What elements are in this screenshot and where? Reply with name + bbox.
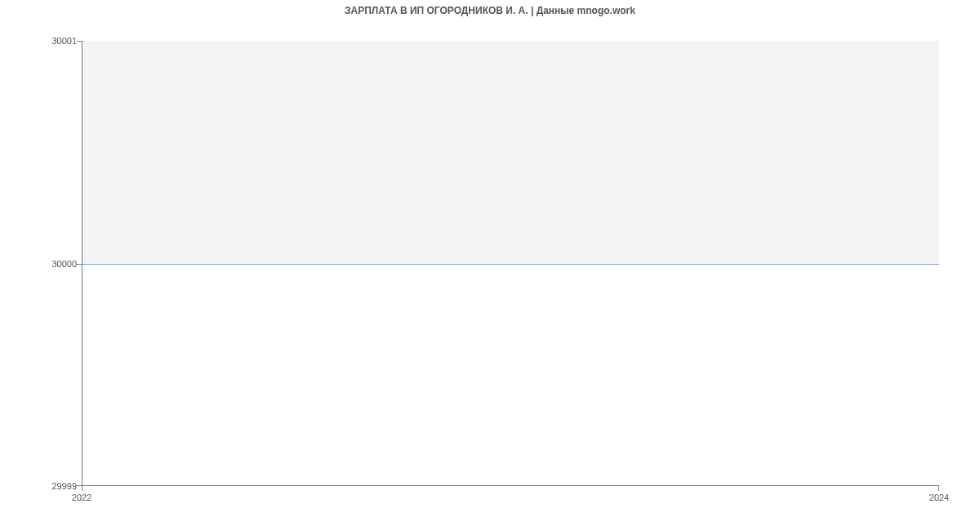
chart-title: ЗАРПЛАТА В ИП ОГОРОДНИКОВ И. А. | Данные… (0, 5, 980, 16)
x-axis (82, 485, 939, 486)
y-tick-label-mid: 30000 (28, 259, 77, 269)
y-tick-label-top: 30001 (28, 36, 77, 46)
chart-frame: ЗАРПЛАТА В ИП ОГОРОДНИКОВ И. А. | Данные… (0, 0, 980, 531)
plot-area (82, 41, 939, 486)
y-tick-mid (77, 264, 82, 265)
x-tick-right (938, 486, 939, 491)
y-tick-label-bottom: 29999 (28, 481, 77, 491)
plot-band-upper (82, 41, 939, 264)
x-tick-label-left: 2022 (72, 493, 91, 502)
x-tick-left (82, 486, 82, 491)
data-line (82, 264, 939, 265)
x-tick-label-right: 2024 (929, 493, 949, 502)
y-tick-top (77, 41, 82, 42)
y-axis (82, 41, 82, 486)
